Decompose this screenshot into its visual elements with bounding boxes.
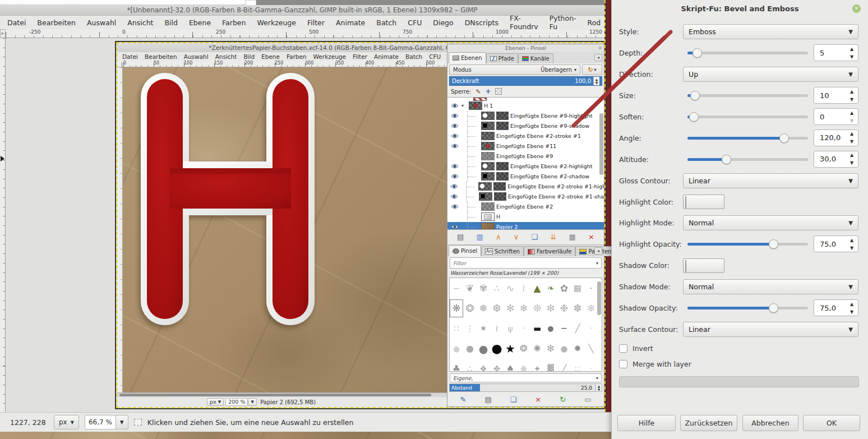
field-dropdown[interactable]: Normal ▼ bbox=[683, 215, 858, 230]
brush-swatch[interactable]: ∽ bbox=[450, 280, 463, 297]
menu-item[interactable]: Animate bbox=[371, 53, 402, 60]
menu-item[interactable]: Werkzeuge bbox=[310, 53, 349, 60]
brush-swatch[interactable]: ✽ bbox=[571, 300, 584, 317]
zoom-input[interactable]: 66,7 % bbox=[85, 415, 116, 429]
brush-swatch[interactable]: ∿ bbox=[504, 280, 516, 297]
brush-swatch[interactable]: ● bbox=[491, 340, 503, 357]
field-slider[interactable] bbox=[687, 307, 808, 309]
refresh-brushes-icon[interactable]: ↻ bbox=[560, 396, 566, 403]
field-dropdown[interactable]: Emboss ▼ bbox=[683, 24, 858, 39]
brush-swatch[interactable]: ❆ bbox=[491, 300, 503, 317]
hscrollbar-thumb[interactable] bbox=[119, 394, 431, 396]
field-spinbox[interactable]: 120,0 ▲ ▼ bbox=[814, 130, 858, 146]
menu-item[interactable]: Filter bbox=[349, 53, 371, 60]
brush-swatch[interactable]: ╲ bbox=[585, 340, 597, 357]
layer-thumbnail[interactable]: H bbox=[481, 142, 495, 150]
layer-list[interactable]: ▾ H H 1 ▾ bbox=[447, 97, 604, 230]
layer-list-scrollbar[interactable] bbox=[599, 113, 603, 175]
menu-item[interactable]: Datei bbox=[119, 53, 141, 60]
layer-thumbnail[interactable] bbox=[481, 202, 495, 211]
spin-up-icon[interactable]: ▲ bbox=[846, 109, 858, 117]
brush-grid-scrollbar[interactable] bbox=[597, 281, 601, 315]
open-brush-icon[interactable]: ▭ bbox=[584, 396, 591, 403]
layer-mask-thumbnail[interactable] bbox=[496, 162, 509, 170]
layer-name[interactable]: Eingefügte Ebene #9 bbox=[496, 153, 553, 159]
layer-thumbnail[interactable] bbox=[478, 182, 492, 191]
spin-up-icon[interactable]: ▲ bbox=[846, 87, 858, 95]
anchor-layer-icon[interactable]: ⇊ bbox=[550, 233, 556, 241]
brush-swatch[interactable]: ∴ bbox=[464, 361, 476, 372]
brush-swatch[interactable]: ❦ bbox=[464, 280, 476, 297]
brush-swatch[interactable]: ∷ bbox=[450, 320, 463, 337]
field-slider[interactable] bbox=[687, 94, 808, 97]
spin-up-icon[interactable]: ▲ bbox=[846, 151, 858, 159]
dialog-button[interactable]: OK bbox=[803, 415, 860, 431]
menu-item[interactable]: DNscripts bbox=[460, 17, 504, 29]
spin-down-icon[interactable]: ▼ bbox=[846, 138, 858, 146]
dialog-button[interactable]: Abbrechen bbox=[742, 415, 798, 431]
brush-swatch[interactable]: ∷ bbox=[571, 361, 584, 372]
brush-swatch[interactable]: ⋮ bbox=[464, 320, 476, 337]
layer-thumbnail[interactable] bbox=[481, 112, 495, 120]
brush-swatch[interactable]: · bbox=[585, 361, 597, 372]
checkbox[interactable] bbox=[619, 360, 627, 368]
lock-alpha-icon[interactable] bbox=[495, 88, 502, 95]
close-icon[interactable]: ✕ bbox=[852, 4, 861, 13]
layer-row[interactable]: ▾ Eingefügte Ebene #2 bbox=[447, 202, 604, 212]
brush-swatch[interactable]: ♣ bbox=[450, 361, 463, 372]
menu-item[interactable]: Diego bbox=[428, 17, 458, 29]
brush-swatch[interactable]: ★ bbox=[504, 340, 516, 357]
field-color-button[interactable] bbox=[683, 258, 724, 273]
spin-down-icon[interactable]: ▼ bbox=[846, 53, 858, 61]
layer-thumbnail[interactable] bbox=[481, 162, 495, 170]
layer-name[interactable]: Eingefügte Ebene #2-stroke #1-highlight bbox=[507, 183, 604, 190]
spin-down-icon[interactable]: ▼ bbox=[846, 244, 858, 252]
unit-select[interactable]: px ▼ bbox=[207, 398, 224, 406]
layer-row[interactable]: ▾ H Eingefügte Ebene #11 bbox=[447, 141, 604, 151]
checkbox[interactable] bbox=[619, 344, 627, 353]
field-dropdown[interactable]: Linear ▼ bbox=[683, 173, 858, 188]
unit-select[interactable]: px ▼ bbox=[54, 415, 79, 429]
brush-swatch[interactable]: ❄ bbox=[518, 300, 530, 317]
brush-swatch[interactable]: · bbox=[518, 320, 530, 337]
brush-grid[interactable]: ∽❦✾∴∿≀▲❧✿▦·❋❂❅❆✻❄❊✼❉✽❄∷⋮✶≀ψ·▬●─╱·●●●●★❂✺… bbox=[449, 278, 602, 372]
slider-thumb[interactable] bbox=[689, 112, 699, 122]
spin-up-icon[interactable]: ▲ bbox=[846, 130, 858, 138]
layer-thumbnail[interactable] bbox=[481, 132, 495, 140]
spin-down-icon[interactable]: ▼ bbox=[846, 308, 858, 316]
menu-item[interactable]: Batch bbox=[402, 53, 426, 60]
brush-swatch[interactable]: ✼ bbox=[544, 300, 557, 317]
dock-title[interactable]: Ebenen - Pinsel ✕ bbox=[447, 44, 604, 52]
brush-swatch[interactable]: ● bbox=[464, 340, 476, 357]
duplicate-layer-icon[interactable]: ❏ bbox=[531, 233, 538, 241]
brush-swatch[interactable]: ╱ bbox=[571, 320, 584, 337]
menu-item[interactable]: Auswahl bbox=[181, 53, 212, 60]
layer-row[interactable]: ▾ Eingefügte Ebene #2-highlight bbox=[447, 161, 604, 172]
layer-mask-thumbnail[interactable] bbox=[493, 182, 506, 191]
brush-swatch[interactable]: ● bbox=[544, 320, 557, 337]
layer-mask-thumbnail[interactable] bbox=[496, 122, 509, 130]
field-dropdown[interactable]: Up ▼ bbox=[683, 67, 858, 82]
layer-row[interactable]: ▾ Eingefügte Ebene #9-shadow bbox=[447, 121, 604, 131]
layer-thumbnail[interactable] bbox=[481, 223, 495, 229]
brush-swatch[interactable]: ❈ bbox=[518, 361, 530, 372]
menu-item[interactable]: Bild bbox=[159, 17, 182, 29]
image-window-vruler[interactable] bbox=[117, 67, 123, 392]
brush-swatch[interactable]: ✾ bbox=[477, 280, 490, 297]
visibility-eye-icon[interactable] bbox=[450, 204, 460, 209]
spin-down-icon[interactable]: ▼ bbox=[846, 117, 858, 124]
brush-swatch[interactable]: ≀ bbox=[518, 280, 530, 297]
edit-brush-icon[interactable]: ✎ bbox=[460, 396, 467, 403]
layer-thumbnail[interactable] bbox=[479, 192, 492, 201]
visibility-eye-icon[interactable] bbox=[450, 133, 460, 138]
menu-item[interactable]: CFU bbox=[403, 17, 427, 29]
layer-row[interactable]: ▾ Eingefügte Ebene #2-stroke #1 bbox=[447, 131, 604, 141]
field-slider[interactable] bbox=[687, 115, 808, 118]
layer-thumbnail[interactable] bbox=[481, 152, 495, 160]
menu-item[interactable]: Farben bbox=[283, 53, 310, 60]
layer-row[interactable]: ▾ Eingefügte Ebene #9-highlight bbox=[447, 111, 604, 121]
brush-swatch[interactable]: ╱ bbox=[558, 361, 570, 372]
brush-swatch[interactable]: ❋ bbox=[450, 300, 463, 317]
brush-swatch[interactable]: ▬ bbox=[531, 320, 543, 337]
tab-channels[interactable]: Kanäle bbox=[518, 53, 553, 63]
